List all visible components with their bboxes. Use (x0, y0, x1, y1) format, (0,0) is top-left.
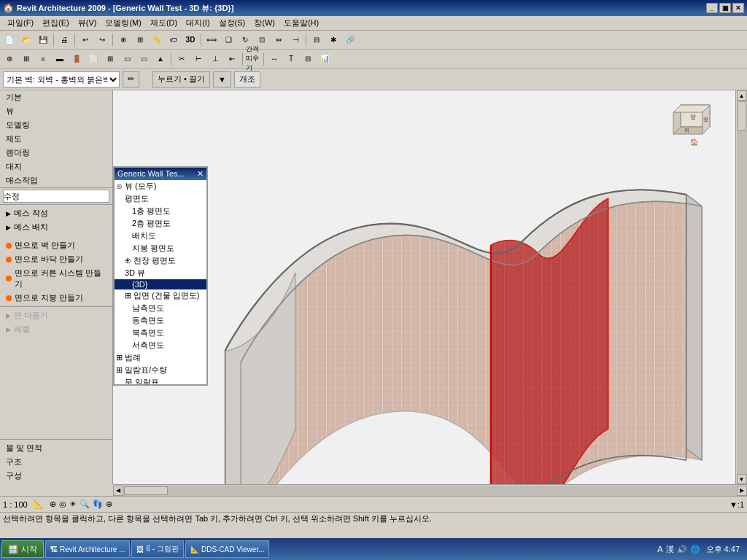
mass-create-btn[interactable]: ▶ 메스 작성 (0, 206, 112, 220)
grid-btn[interactable]: ⊞ (18, 51, 34, 67)
start-button[interactable]: 🪟 시작 (1, 540, 44, 558)
push-pull-btn[interactable]: 누르기 • 끌기 (152, 71, 210, 88)
menu-help[interactable]: 도움말(H) (279, 16, 323, 30)
mass-place-btn[interactable]: ▶ 메스 배치 (0, 220, 112, 234)
text-btn[interactable]: T (283, 51, 299, 67)
menu-edit[interactable]: 편집(E) (38, 16, 74, 30)
pb-west[interactable]: 서측면도 (115, 339, 206, 351)
right-scrollbar[interactable]: ▲ ▼ (735, 90, 747, 484)
offset-btn[interactable]: ⇤ (224, 51, 240, 67)
roof-btn[interactable]: ▲ (152, 51, 169, 67)
level-btn[interactable]: ≡ (35, 51, 51, 67)
pb-elevation[interactable]: ⊞ 입면 (건물 입면도) (115, 289, 206, 302)
section-structure[interactable]: 구조 (0, 455, 112, 469)
pb-floor1[interactable]: 1층 평면도 (115, 205, 206, 217)
menu-model[interactable]: 모델링(M) (101, 16, 146, 30)
pb-views[interactable]: ⊙ 뷰 (모두) (115, 180, 206, 192)
scroll-left-btn[interactable]: ◀ (113, 486, 123, 496)
restore-button[interactable]: ▣ (719, 3, 731, 13)
wall-type-select[interactable]: 기본 벽: 외벽 - 홍벽외 붉은벽돌 (3, 71, 120, 88)
taskbar-cad[interactable]: 📐 DDS-CAD Viewer... (185, 540, 270, 558)
cut-btn[interactable]: ✂ (174, 51, 190, 67)
redo-btn[interactable]: ↪ (94, 32, 110, 48)
close-button[interactable]: ✕ (732, 3, 744, 13)
taskbar-paint[interactable]: 🖼 6 - 그림판 (131, 540, 183, 558)
tray-a[interactable]: A (657, 545, 662, 553)
h-scroll-track[interactable] (123, 486, 737, 496)
copy-btn[interactable]: ❑ (220, 32, 236, 48)
menu-file[interactable]: 파일(F) (3, 16, 38, 30)
pb-south[interactable]: 남측면도 (115, 302, 206, 314)
face-curtain-btn[interactable]: 면으로 커튼 시스템 만들기 (0, 266, 112, 291)
spacing-btn[interactable]: 간격띠우기 (245, 51, 261, 67)
print-btn[interactable]: 🖨 (56, 32, 72, 48)
snap-btn[interactable]: ⊕ (115, 32, 131, 48)
render-icon[interactable]: ◎ (59, 499, 66, 509)
section-mass[interactable]: 매스작업 (0, 174, 112, 187)
ref-plane-btn[interactable]: ⊛ (1, 51, 18, 67)
pb-plans[interactable]: 평면도 (115, 192, 206, 205)
walk-icon[interactable]: 👣 (93, 499, 103, 509)
snap2-btn[interactable]: ⊞ (132, 32, 148, 48)
save-btn[interactable]: 💾 (35, 32, 51, 48)
pb-schedule[interactable]: ⊞ 일람표/수량 (115, 364, 206, 376)
section-modeling[interactable]: 모델링 (0, 118, 112, 132)
section-area[interactable]: 물 및 면적 (0, 441, 112, 455)
nav-icon[interactable]: 🔍 (80, 499, 90, 509)
pb-3d-current[interactable]: {3D} (115, 279, 206, 289)
pb-3d[interactable]: 3D 뷰 (115, 267, 206, 279)
pb-site[interactable]: 배치도 (115, 230, 206, 242)
pb-legend[interactable]: ⊞ 범례 (115, 351, 206, 364)
ungroup-btn[interactable]: ✱ (325, 32, 341, 48)
pb-floor2[interactable]: 2층 평면도 (115, 217, 206, 230)
menu-view[interactable]: 뷰(V) (74, 16, 101, 30)
trim-btn[interactable]: ⊢ (190, 51, 206, 67)
tray-sound[interactable]: 🔊 (677, 545, 687, 554)
face-floor-btn[interactable]: 면으로 바닥 만들기 (0, 252, 112, 266)
snap-icon[interactable]: ⊕ (50, 499, 56, 509)
project-browser-close[interactable]: ✕ (197, 169, 204, 179)
door-btn[interactable]: 🚪 (69, 51, 85, 67)
edit-type-btn[interactable]: ✏ (123, 71, 139, 88)
scroll-up-btn[interactable]: ▲ (737, 90, 747, 101)
measure-btn[interactable]: 📏 (149, 32, 165, 48)
detail-btn[interactable]: ⊟ (300, 51, 316, 67)
floor-btn[interactable]: ▭ (119, 51, 135, 67)
pb-east[interactable]: 동측면도 (115, 314, 206, 327)
pb-ceiling[interactable]: ⊕ 천장 평면도 (115, 254, 206, 267)
group-btn[interactable]: ⊟ (309, 32, 325, 48)
menu-site[interactable]: 대지(I) (182, 16, 214, 30)
pb-door-sched[interactable]: 문 일람표 (115, 376, 206, 384)
face-roof-btn[interactable]: 면으로 지붕 만들기 (0, 291, 112, 305)
filter-icon-btn[interactable]: ▼ (213, 71, 231, 88)
section-basic[interactable]: 기본 (0, 90, 112, 104)
pb-north[interactable]: 북측면도 (115, 327, 206, 339)
project-browser-content[interactable]: ⊙ 뷰 (모두) 평면도 1층 평면도 2층 평면도 배치도 지붕 평면도 ⊕ … (115, 180, 206, 384)
section-site[interactable]: 대지 (0, 160, 112, 174)
zoom-icon[interactable]: ⊕ (106, 499, 112, 509)
3d-btn[interactable]: 3D (182, 32, 198, 48)
scroll-right-btn[interactable]: ▶ (737, 486, 747, 496)
move-btn[interactable]: ⟺ (204, 32, 220, 48)
mirror-btn[interactable]: ⇔ (271, 32, 287, 48)
section-render[interactable]: 렌더링 (0, 146, 112, 160)
taskbar-revit[interactable]: 🏗 Revit Architecture ... (45, 540, 130, 558)
window-btn[interactable]: ⬜ (85, 51, 101, 67)
comp-btn[interactable]: ⊞ (102, 51, 118, 67)
section-draft[interactable]: 제도 (0, 132, 112, 146)
undo-btn[interactable]: ↩ (77, 32, 93, 48)
chart-btn[interactable]: 📊 (317, 51, 333, 67)
align-btn[interactable]: ⊣ (287, 32, 303, 48)
scroll-thumb[interactable] (738, 101, 746, 131)
modify-btn[interactable]: 개조 (234, 71, 260, 88)
section-config[interactable]: 구성 (0, 469, 112, 483)
split-btn[interactable]: ⊥ (207, 51, 223, 67)
pb-roof-plan[interactable]: 지붕 평면도 (115, 242, 206, 254)
scroll-down-btn[interactable]: ▼ (737, 474, 747, 484)
minimize-button[interactable]: _ (706, 3, 718, 13)
face-wall-btn[interactable]: 면으로 벽 만들기 (0, 238, 112, 252)
dim-btn[interactable]: ↔ (266, 51, 282, 67)
ceiling-btn[interactable]: ▭ (136, 51, 152, 67)
menu-draft[interactable]: 제도(D) (146, 16, 182, 30)
scroll-track[interactable] (737, 101, 747, 474)
